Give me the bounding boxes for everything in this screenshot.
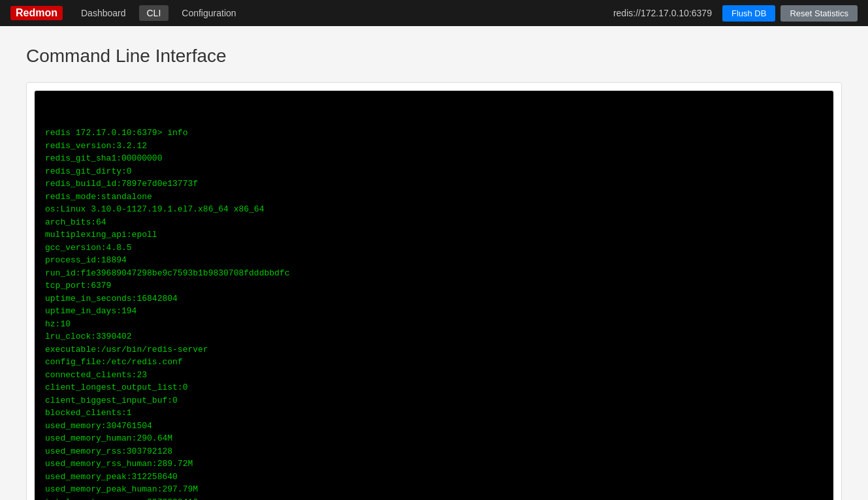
- page-content: Command Line Interface redis 172.17.0.10…: [0, 26, 868, 500]
- terminal-line: redis_git_sha1:00000000: [45, 152, 823, 165]
- nav-configuration[interactable]: Configuration: [174, 5, 244, 21]
- nav-dashboard[interactable]: Dashboard: [73, 5, 134, 21]
- terminal-line: process_id:18894: [45, 254, 823, 267]
- terminal-line: redis 172.17.0.10:6379> info: [45, 127, 823, 140]
- terminal-line: redis_git_dirty:0: [45, 165, 823, 178]
- terminal-line: used_memory_peak_human:297.79M: [45, 483, 823, 496]
- terminal-line: blocked_clients:1: [45, 407, 823, 420]
- flush-db-button[interactable]: Flush DB: [722, 5, 775, 22]
- terminal-line: config_file:/etc/redis.conf: [45, 356, 823, 369]
- terminal-line: multiplexing_api:epoll: [45, 228, 823, 242]
- terminal-line: uptime_in_seconds:16842804: [45, 292, 823, 305]
- terminal-line: gcc_version:4.8.5: [45, 242, 823, 255]
- terminal-line: redis_build_id:7897e7d0e13773f: [45, 178, 823, 191]
- terminal-line: client_longest_output_list:0: [45, 381, 823, 394]
- terminal-output[interactable]: redis 172.17.0.10:6379> info redis_versi…: [35, 91, 833, 500]
- terminal-line: hz:10: [45, 318, 823, 331]
- reset-statistics-button[interactable]: Reset Statistics: [780, 5, 858, 22]
- terminal-line: used_memory_human:290.64M: [45, 432, 823, 445]
- connection-string: redis://172.17.0.10:6379: [613, 8, 712, 18]
- brand-logo: Redmon: [10, 6, 63, 20]
- terminal-line: used_memory_peak:312258640: [45, 471, 823, 484]
- navbar: Redmon Dashboard CLI Configuration redis…: [0, 0, 868, 26]
- navbar-right: redis://172.17.0.10:6379 Flush DB Reset …: [613, 5, 858, 22]
- page-title: Command Line Interface: [26, 46, 842, 67]
- navbar-left: Redmon Dashboard CLI Configuration: [10, 5, 244, 21]
- terminal-line: client_biggest_input_buf:0: [45, 394, 823, 407]
- terminal-line: total_system_memory:3973308416: [45, 496, 823, 501]
- terminal-line: connected_clients:23: [45, 369, 823, 382]
- nav-cli[interactable]: CLI: [139, 5, 169, 21]
- terminal-line: used_memory_rss:303792128: [45, 445, 823, 458]
- terminal-line: redis_mode:standalone: [45, 191, 823, 204]
- terminal-line: used_memory:304761504: [45, 420, 823, 433]
- terminal-line: run_id:f1e39689047298be9c7593b1b9830708f…: [45, 267, 823, 280]
- terminal-line: arch_bits:64: [45, 216, 823, 229]
- terminal-line: tcp_port:6379: [45, 279, 823, 292]
- terminal-line: executable:/usr/bin/redis-server: [45, 343, 823, 356]
- terminal-wrapper: redis 172.17.0.10:6379> info redis_versi…: [26, 82, 842, 500]
- terminal-line: redis_version:3.2.12: [45, 140, 823, 153]
- terminal-line: uptime_in_days:194: [45, 305, 823, 318]
- terminal-line: os:Linux 3.10.0-1127.19.1.el7.x86_64 x86…: [45, 203, 823, 216]
- terminal-line: used_memory_rss_human:289.72M: [45, 458, 823, 471]
- terminal-line: lru_clock:3390402: [45, 330, 823, 343]
